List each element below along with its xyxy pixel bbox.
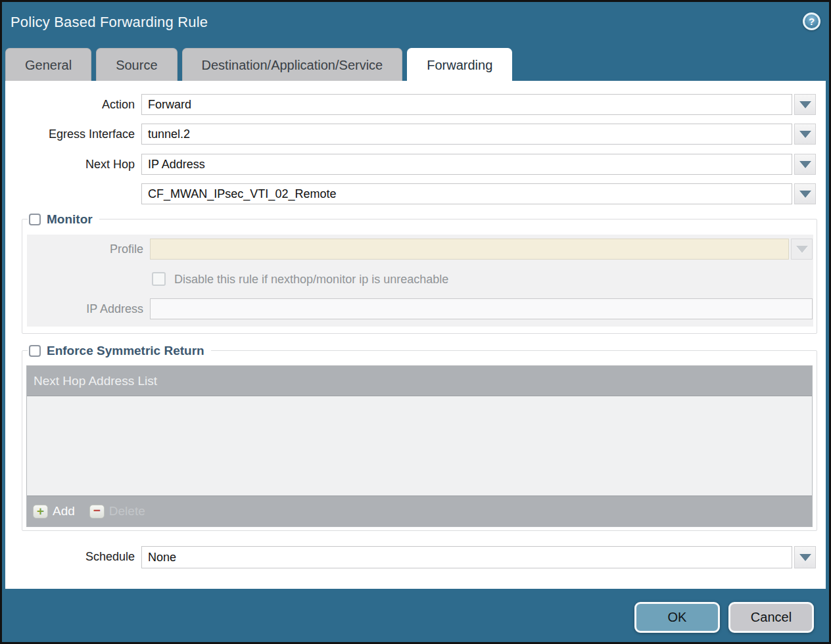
egress-interface-dropdown-button[interactable] — [794, 124, 816, 145]
monitor-legend: Monitor — [28, 210, 99, 228]
add-button[interactable]: + Add — [33, 504, 75, 518]
egress-interface-label: Egress Interface — [5, 124, 135, 145]
policy-based-forwarding-dialog: Policy Based Forwarding Rule ? General S… — [0, 0, 831, 644]
action-label: Action — [5, 94, 135, 115]
next-hop-address-select[interactable]: CF_MWAN_IPsec_VTI_02_Remote — [141, 183, 792, 204]
tab-destination-application-service[interactable]: Destination/Application/Service — [182, 48, 403, 81]
action-select[interactable]: Forward — [141, 94, 792, 115]
chevron-down-icon — [799, 131, 811, 138]
help-icon[interactable]: ? — [803, 12, 820, 30]
monitor-checkbox[interactable] — [29, 214, 41, 225]
delete-button[interactable]: − Delete — [89, 504, 145, 518]
monitor-section-title: Monitor — [47, 212, 93, 227]
tab-forwarding[interactable]: Forwarding — [407, 48, 512, 81]
next-hop-address-list-table: Next Hop Address List + Add − Delete — [26, 365, 813, 527]
chevron-down-icon — [799, 101, 811, 108]
monitor-section: Monitor Profile Disable this rule if nex… — [22, 219, 817, 334]
chevron-down-icon — [799, 554, 811, 561]
profile-label: Profile — [27, 239, 143, 260]
forwarding-tab-panel: Action Forward Egress Interface tunnel.2… — [5, 81, 826, 589]
monitor-ip-address-input[interactable] — [150, 298, 813, 319]
disable-rule-label: Disable this rule if nexthop/monitor ip … — [174, 272, 448, 287]
schedule-label: Schedule — [5, 546, 135, 567]
tab-general[interactable]: General — [5, 48, 91, 81]
enforce-legend: Enforce Symmetric Return — [28, 342, 211, 359]
action-dropdown-button[interactable] — [794, 94, 816, 115]
monitor-ip-address-label: IP Address — [27, 298, 143, 319]
delete-button-label: Delete — [109, 504, 145, 518]
next-hop-list-toolbar: + Add − Delete — [27, 495, 812, 526]
cancel-button[interactable]: Cancel — [728, 602, 814, 633]
next-hop-label: Next Hop — [5, 154, 135, 175]
chevron-down-icon — [799, 191, 811, 198]
add-button-label: Add — [53, 504, 75, 518]
chevron-down-icon — [799, 161, 811, 168]
minus-icon: − — [89, 505, 105, 518]
disable-rule-checkbox[interactable] — [152, 272, 166, 286]
tab-bar: General Source Destination/Application/S… — [5, 48, 517, 81]
enforce-symmetric-return-section: Enforce Symmetric Return Next Hop Addres… — [22, 350, 817, 531]
schedule-dropdown-button[interactable] — [794, 546, 816, 568]
help-icon-glyph: ? — [809, 16, 815, 26]
profile-select[interactable] — [150, 239, 789, 260]
monitor-panel: Profile Disable this rule if nexthop/mon… — [27, 235, 813, 327]
egress-interface-select[interactable]: tunnel.2 — [141, 124, 792, 145]
chevron-down-icon — [796, 246, 808, 253]
enforce-symmetric-return-checkbox[interactable] — [29, 345, 41, 357]
next-hop-type-dropdown-button[interactable] — [794, 154, 816, 175]
enforce-section-title: Enforce Symmetric Return — [47, 344, 204, 358]
ok-button[interactable]: OK — [634, 602, 720, 633]
next-hop-address-dropdown-button[interactable] — [794, 183, 816, 204]
tab-source[interactable]: Source — [96, 48, 177, 81]
next-hop-type-select[interactable]: IP Address — [141, 154, 792, 175]
next-hop-address-list-column-header[interactable]: Next Hop Address List — [27, 366, 812, 396]
profile-dropdown-button[interactable] — [791, 239, 813, 260]
next-hop-address-list-body — [27, 396, 812, 495]
plus-icon: + — [33, 505, 48, 518]
dialog-title: Policy Based Forwarding Rule — [11, 14, 208, 31]
schedule-select[interactable]: None — [141, 546, 792, 568]
